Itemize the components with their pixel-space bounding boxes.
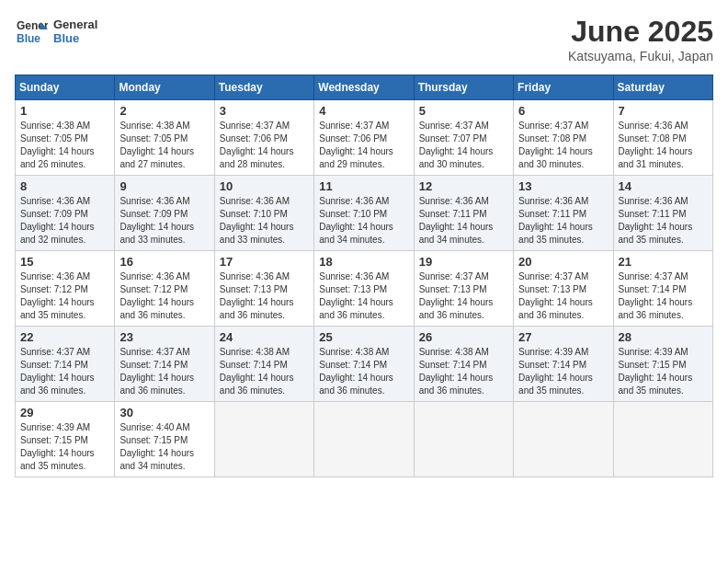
calendar-header-row: SundayMondayTuesdayWednesdayThursdayFrid… bbox=[16, 75, 713, 100]
day-number: 12 bbox=[419, 179, 508, 193]
calendar-week-row: 8Sunrise: 4:36 AM Sunset: 7:09 PM Daylig… bbox=[16, 176, 713, 251]
day-info: Sunrise: 4:38 AM Sunset: 7:14 PM Dayligh… bbox=[220, 346, 309, 397]
calendar-cell: 8Sunrise: 4:36 AM Sunset: 7:09 PM Daylig… bbox=[16, 176, 115, 251]
calendar-title: June 2025 bbox=[568, 15, 713, 49]
logo-general-text: General bbox=[53, 17, 97, 31]
calendar-cell: 22Sunrise: 4:37 AM Sunset: 7:14 PM Dayli… bbox=[16, 327, 115, 402]
page-header: General Blue General Blue June 2025 Kats… bbox=[15, 15, 713, 63]
day-number: 23 bbox=[119, 330, 209, 344]
calendar-week-row: 29Sunrise: 4:39 AM Sunset: 7:15 PM Dayli… bbox=[16, 402, 713, 477]
day-info: Sunrise: 4:38 AM Sunset: 7:14 PM Dayligh… bbox=[319, 346, 408, 397]
day-number: 26 bbox=[419, 330, 508, 344]
day-number: 22 bbox=[20, 330, 109, 344]
column-header-sunday: Sunday bbox=[16, 75, 115, 100]
calendar-cell bbox=[613, 402, 712, 477]
day-number: 4 bbox=[319, 104, 408, 118]
day-info: Sunrise: 4:40 AM Sunset: 7:15 PM Dayligh… bbox=[119, 421, 209, 473]
calendar-cell: 12Sunrise: 4:36 AM Sunset: 7:11 PM Dayli… bbox=[414, 176, 513, 251]
day-number: 17 bbox=[220, 255, 309, 269]
calendar-cell: 15Sunrise: 4:36 AM Sunset: 7:12 PM Dayli… bbox=[16, 251, 115, 327]
calendar-cell: 11Sunrise: 4:36 AM Sunset: 7:10 PM Dayli… bbox=[314, 176, 414, 251]
day-number: 24 bbox=[220, 330, 309, 344]
day-number: 1 bbox=[20, 104, 109, 118]
day-info: Sunrise: 4:37 AM Sunset: 7:08 PM Dayligh… bbox=[518, 120, 608, 171]
day-number: 9 bbox=[119, 179, 209, 193]
day-number: 13 bbox=[518, 179, 608, 193]
day-number: 6 bbox=[518, 104, 608, 118]
column-header-wednesday: Wednesday bbox=[314, 75, 414, 100]
logo-blue-text: Blue bbox=[53, 31, 97, 45]
calendar-cell: 14Sunrise: 4:36 AM Sunset: 7:11 PM Dayli… bbox=[613, 176, 712, 251]
logo: General Blue General Blue bbox=[15, 15, 97, 48]
day-info: Sunrise: 4:37 AM Sunset: 7:06 PM Dayligh… bbox=[319, 120, 408, 171]
day-info: Sunrise: 4:36 AM Sunset: 7:12 PM Dayligh… bbox=[20, 270, 109, 322]
day-number: 7 bbox=[619, 104, 708, 118]
calendar-cell: 28Sunrise: 4:39 AM Sunset: 7:15 PM Dayli… bbox=[613, 327, 712, 402]
calendar-cell: 13Sunrise: 4:36 AM Sunset: 7:11 PM Dayli… bbox=[514, 176, 613, 251]
calendar-cell: 1Sunrise: 4:38 AM Sunset: 7:05 PM Daylig… bbox=[16, 100, 115, 176]
day-number: 21 bbox=[619, 255, 708, 269]
calendar-cell: 25Sunrise: 4:38 AM Sunset: 7:14 PM Dayli… bbox=[314, 327, 414, 402]
day-info: Sunrise: 4:36 AM Sunset: 7:10 PM Dayligh… bbox=[319, 195, 408, 247]
calendar-cell: 10Sunrise: 4:36 AM Sunset: 7:10 PM Dayli… bbox=[214, 176, 313, 251]
day-number: 18 bbox=[319, 255, 408, 269]
day-info: Sunrise: 4:38 AM Sunset: 7:14 PM Dayligh… bbox=[419, 346, 508, 397]
calendar-cell: 19Sunrise: 4:37 AM Sunset: 7:13 PM Dayli… bbox=[414, 251, 513, 327]
column-header-thursday: Thursday bbox=[414, 75, 513, 100]
calendar-cell: 5Sunrise: 4:37 AM Sunset: 7:07 PM Daylig… bbox=[414, 100, 513, 176]
calendar-cell: 16Sunrise: 4:36 AM Sunset: 7:12 PM Dayli… bbox=[115, 251, 214, 327]
day-number: 16 bbox=[119, 255, 209, 269]
day-info: Sunrise: 4:39 AM Sunset: 7:15 PM Dayligh… bbox=[20, 421, 109, 473]
day-info: Sunrise: 4:38 AM Sunset: 7:05 PM Dayligh… bbox=[20, 120, 109, 171]
calendar-cell bbox=[214, 402, 313, 477]
day-number: 15 bbox=[20, 255, 109, 269]
day-info: Sunrise: 4:39 AM Sunset: 7:14 PM Dayligh… bbox=[518, 346, 608, 397]
day-info: Sunrise: 4:37 AM Sunset: 7:14 PM Dayligh… bbox=[619, 270, 708, 322]
day-info: Sunrise: 4:38 AM Sunset: 7:05 PM Dayligh… bbox=[119, 120, 209, 171]
day-number: 25 bbox=[319, 330, 408, 344]
column-header-saturday: Saturday bbox=[613, 75, 712, 100]
day-number: 19 bbox=[419, 255, 508, 269]
column-header-tuesday: Tuesday bbox=[214, 75, 313, 100]
day-number: 3 bbox=[220, 104, 309, 118]
logo-icon: General Blue bbox=[15, 15, 48, 48]
calendar-cell: 20Sunrise: 4:37 AM Sunset: 7:13 PM Dayli… bbox=[514, 251, 613, 327]
day-info: Sunrise: 4:36 AM Sunset: 7:11 PM Dayligh… bbox=[419, 195, 508, 247]
calendar-cell: 27Sunrise: 4:39 AM Sunset: 7:14 PM Dayli… bbox=[514, 327, 613, 402]
calendar-cell bbox=[314, 402, 414, 477]
title-block: June 2025 Katsuyama, Fukui, Japan bbox=[568, 15, 713, 63]
day-number: 11 bbox=[319, 179, 408, 193]
day-number: 5 bbox=[419, 104, 508, 118]
calendar-subtitle: Katsuyama, Fukui, Japan bbox=[568, 49, 713, 63]
day-info: Sunrise: 4:36 AM Sunset: 7:08 PM Dayligh… bbox=[619, 120, 708, 171]
day-info: Sunrise: 4:36 AM Sunset: 7:12 PM Dayligh… bbox=[119, 270, 209, 322]
day-info: Sunrise: 4:36 AM Sunset: 7:09 PM Dayligh… bbox=[119, 195, 209, 247]
calendar-cell bbox=[414, 402, 513, 477]
day-info: Sunrise: 4:37 AM Sunset: 7:13 PM Dayligh… bbox=[419, 270, 508, 322]
day-number: 14 bbox=[619, 179, 708, 193]
svg-text:Blue: Blue bbox=[17, 32, 40, 45]
day-info: Sunrise: 4:36 AM Sunset: 7:09 PM Dayligh… bbox=[20, 195, 109, 247]
day-info: Sunrise: 4:36 AM Sunset: 7:13 PM Dayligh… bbox=[220, 270, 309, 322]
calendar-cell: 9Sunrise: 4:36 AM Sunset: 7:09 PM Daylig… bbox=[115, 176, 214, 251]
day-info: Sunrise: 4:37 AM Sunset: 7:07 PM Dayligh… bbox=[419, 120, 508, 171]
day-info: Sunrise: 4:36 AM Sunset: 7:11 PM Dayligh… bbox=[518, 195, 608, 247]
calendar-cell: 23Sunrise: 4:37 AM Sunset: 7:14 PM Dayli… bbox=[115, 327, 214, 402]
day-number: 28 bbox=[619, 330, 708, 344]
day-number: 29 bbox=[20, 406, 109, 419]
day-number: 20 bbox=[518, 255, 608, 269]
calendar-cell: 17Sunrise: 4:36 AM Sunset: 7:13 PM Dayli… bbox=[214, 251, 313, 327]
day-info: Sunrise: 4:37 AM Sunset: 7:14 PM Dayligh… bbox=[119, 346, 209, 397]
calendar-cell: 6Sunrise: 4:37 AM Sunset: 7:08 PM Daylig… bbox=[514, 100, 613, 176]
calendar-cell: 24Sunrise: 4:38 AM Sunset: 7:14 PM Dayli… bbox=[214, 327, 313, 402]
calendar-cell: 29Sunrise: 4:39 AM Sunset: 7:15 PM Dayli… bbox=[16, 402, 115, 477]
day-number: 10 bbox=[220, 179, 309, 193]
day-number: 8 bbox=[20, 179, 109, 193]
calendar-table: SundayMondayTuesdayWednesdayThursdayFrid… bbox=[15, 75, 713, 477]
calendar-week-row: 22Sunrise: 4:37 AM Sunset: 7:14 PM Dayli… bbox=[16, 327, 713, 402]
day-info: Sunrise: 4:37 AM Sunset: 7:14 PM Dayligh… bbox=[20, 346, 109, 397]
calendar-cell: 3Sunrise: 4:37 AM Sunset: 7:06 PM Daylig… bbox=[214, 100, 313, 176]
column-header-friday: Friday bbox=[514, 75, 613, 100]
day-number: 27 bbox=[518, 330, 608, 344]
calendar-cell bbox=[514, 402, 613, 477]
